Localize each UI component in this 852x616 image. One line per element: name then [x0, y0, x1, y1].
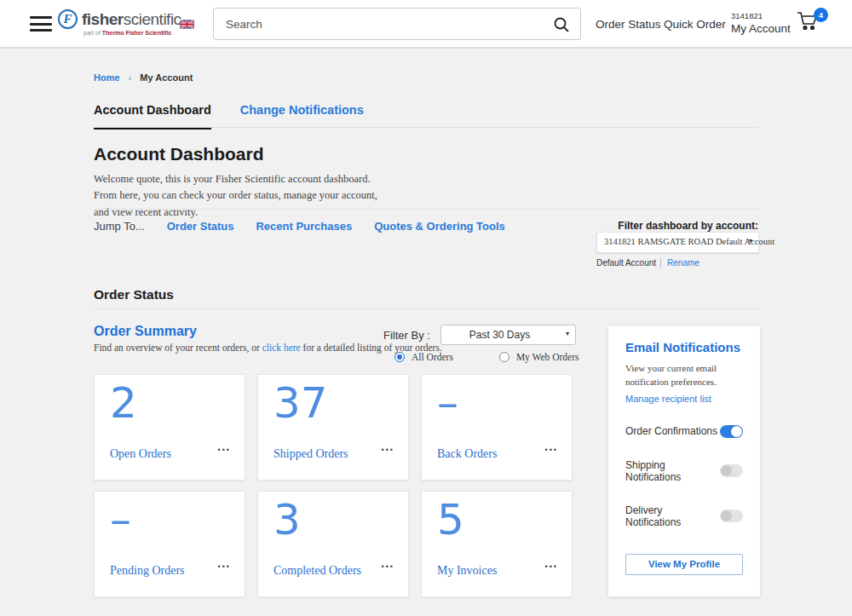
rename-account-link[interactable]: Rename — [660, 258, 699, 268]
logo-wordmark: fisherscientific — [82, 10, 181, 29]
breadcrumb-current: My Account — [140, 72, 193, 83]
my-invoices-card: 5 My Invoices ••• — [421, 491, 573, 597]
card-count: 2 — [110, 378, 137, 428]
shipped-orders-link[interactable]: Shipped Orders — [273, 447, 348, 461]
radio-icon[interactable] — [499, 352, 509, 362]
delivery-notifications-toggle[interactable] — [720, 509, 743, 522]
card-count: 5 — [437, 495, 464, 544]
my-web-orders-radio[interactable]: My Web Orders — [499, 352, 579, 362]
breadcrumb-home-link[interactable]: Home — [94, 72, 120, 83]
tab-change-notifications[interactable]: Change Notifications — [240, 103, 364, 130]
view-my-profile-button[interactable]: View My Profile — [625, 554, 743, 575]
date-filter-dropdown[interactable]: Past 30 Days ▾ — [440, 325, 576, 345]
order-status-section-title: Order Status — [94, 287, 174, 302]
ellipsis-menu-icon[interactable]: ••• — [218, 562, 231, 571]
order-summary-subtext: Find an overview of your recent orders, … — [94, 343, 442, 353]
email-notifications-panel: Email Notifications View your current em… — [608, 326, 760, 596]
ellipsis-menu-icon[interactable]: ••• — [545, 562, 558, 571]
click-here-link[interactable]: click here — [262, 343, 301, 353]
chevron-down-icon: ▾ — [566, 330, 569, 337]
card-count: 3 — [273, 495, 301, 544]
all-orders-radio[interactable]: All Orders — [394, 352, 453, 362]
back-orders-card: – Back Orders ••• — [421, 374, 573, 481]
order-summary-cards: 2 Open Orders ••• 37 Shipped Orders ••• … — [94, 374, 573, 597]
ellipsis-menu-icon[interactable]: ••• — [218, 446, 231, 454]
delivery-notifications-row: Delivery Notifications — [625, 504, 743, 528]
tab-account-dashboard[interactable]: Account Dashboard — [94, 103, 211, 130]
uk-flag-icon[interactable] — [180, 20, 194, 29]
fisher-scientific-logo[interactable]: F fisherscientific part of Thermo Fisher… — [58, 9, 181, 36]
divider — [94, 308, 758, 309]
shipping-notifications-label: Shipping Notifications — [625, 459, 720, 483]
my-web-orders-label[interactable]: My Web Orders — [516, 352, 579, 362]
jump-link-order-status[interactable]: Order Status — [167, 220, 234, 233]
email-notifications-description: View your current email notification pre… — [625, 362, 743, 389]
open-orders-link[interactable]: Open Orders — [110, 447, 171, 461]
delivery-notifications-label: Delivery Notifications — [625, 504, 720, 528]
order-confirmations-label: Order Confirmations — [625, 425, 717, 437]
search-box — [213, 8, 581, 40]
cart-count-badge: 4 — [814, 8, 828, 22]
manage-recipient-list-link[interactable]: Manage recipient list — [625, 394, 743, 404]
date-filter-value: Past 30 Days — [441, 329, 558, 341]
order-summary-title: Order Summary — [94, 324, 197, 339]
ellipsis-menu-icon[interactable]: ••• — [382, 562, 394, 571]
completed-orders-card: 3 Completed Orders ••• — [257, 491, 409, 597]
page-title: Account Dashboard — [94, 144, 264, 164]
order-confirmations-row: Order Confirmations — [625, 425, 743, 438]
back-orders-link[interactable]: Back Orders — [437, 447, 497, 461]
jump-to-label: Jump To... — [94, 220, 145, 233]
ellipsis-menu-icon[interactable]: ••• — [382, 446, 394, 454]
pending-orders-card: – Pending Orders ••• — [94, 491, 245, 597]
completed-orders-link[interactable]: Completed Orders — [273, 564, 361, 578]
my-account-label: My Account — [731, 22, 791, 35]
header-quick-order-link[interactable]: Quick Order — [664, 18, 726, 31]
my-invoices-link[interactable]: My Invoices — [437, 564, 497, 578]
orders-radio-row: All Orders My Web Orders — [394, 352, 579, 362]
email-notifications-title: Email Notifications — [625, 340, 743, 354]
shipping-notifications-toggle[interactable] — [720, 464, 743, 477]
tabs-divider — [94, 127, 758, 128]
jump-to-row: Jump To... Order Status Recent Purchases… — [94, 220, 505, 233]
account-number: 3141821 — [731, 11, 791, 20]
shipping-notifications-row: Shipping Notifications — [625, 459, 743, 483]
account-filter-label: Filter dashboard by account: — [596, 220, 758, 232]
jump-link-recent-purchases[interactable]: Recent Purchases — [256, 220, 352, 233]
logo-tagline: part of Thermo Fisher Scientific — [83, 30, 181, 36]
top-header: F fisherscientific part of Thermo Fisher… — [0, 0, 852, 49]
account-tabs: Account Dashboard Change Notifications — [94, 103, 364, 130]
hamburger-menu-icon[interactable] — [30, 16, 52, 32]
search-icon[interactable] — [553, 15, 572, 34]
filter-by-label: Filter By : — [383, 329, 430, 342]
cart-icon[interactable]: 4 — [796, 9, 828, 40]
search-input[interactable] — [214, 9, 546, 39]
jump-link-quotes-ordering-tools[interactable]: Quotes & Ordering Tools — [374, 220, 505, 233]
shipped-orders-card: 37 Shipped Orders ••• — [257, 374, 409, 481]
open-orders-card: 2 Open Orders ••• — [94, 374, 245, 481]
breadcrumb: Home › My Account — [94, 72, 193, 83]
divider — [94, 209, 758, 210]
order-confirmations-toggle[interactable] — [720, 425, 743, 438]
welcome-text: Welcome quote, this is your Fisher Scien… — [94, 171, 394, 221]
my-account-menu[interactable]: 3141821 My Account — [731, 11, 791, 35]
ellipsis-menu-icon[interactable]: ••• — [545, 446, 558, 454]
default-account-label: Default Account — [596, 258, 656, 268]
breadcrumb-separator-icon: › — [129, 72, 132, 83]
card-count: – — [110, 495, 131, 544]
account-filter-dropdown[interactable]: 3141821 RAMSGATE ROAD Default Account ▾ — [596, 232, 759, 253]
logo-f-icon: F — [58, 9, 78, 29]
card-count: – — [437, 378, 458, 428]
account-meta-row: Default AccountRename — [596, 258, 699, 268]
chevron-down-icon: ▾ — [749, 237, 752, 245]
radio-icon[interactable] — [394, 352, 405, 362]
header-order-status-link[interactable]: Order Status — [596, 18, 661, 31]
card-count: 37 — [273, 378, 328, 428]
all-orders-label[interactable]: All Orders — [412, 352, 453, 362]
pending-orders-link[interactable]: Pending Orders — [110, 564, 185, 578]
